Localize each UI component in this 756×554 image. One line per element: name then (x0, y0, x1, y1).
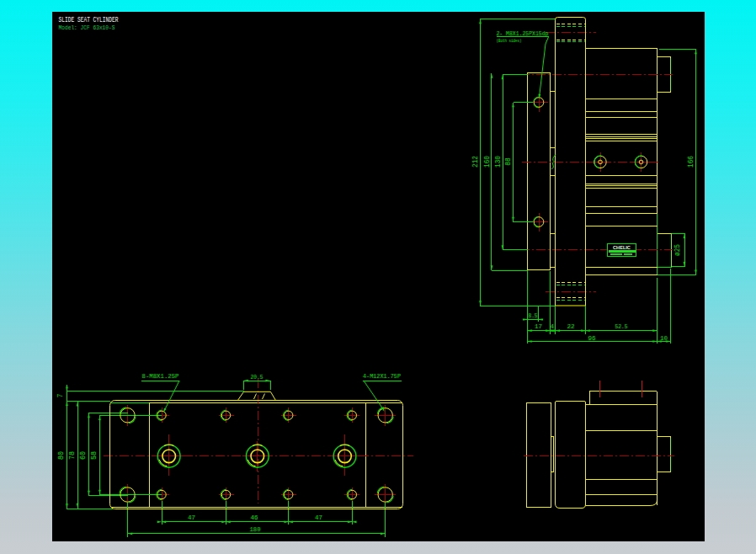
svg-text:46: 46 (251, 514, 258, 521)
svg-text:7: 7 (56, 394, 65, 398)
svg-text:80: 80 (57, 451, 66, 460)
svg-text:47: 47 (315, 514, 322, 521)
svg-text:130: 130 (494, 156, 503, 168)
svg-text:88: 88 (504, 157, 513, 166)
svg-text:58: 58 (90, 451, 98, 460)
svg-text:96: 96 (588, 335, 596, 342)
svg-text:8-M8X1.25P: 8-M8X1.25P (142, 372, 179, 380)
svg-text:20.5: 20.5 (251, 374, 264, 381)
svg-text:78: 78 (68, 451, 77, 460)
svg-text:Model: JCF 63x10-S: Model: JCF 63x10-S (59, 24, 115, 31)
svg-text:22: 22 (567, 323, 575, 330)
svg-text:SLIDE SEAT CYLINDER: SLIDE SEAT CYLINDER (59, 16, 119, 24)
svg-text:2- M8X1.25PX15dp: 2- M8X1.25PX15dp (497, 30, 549, 37)
svg-text:166: 166 (687, 156, 695, 168)
svg-text:160: 160 (483, 156, 492, 168)
svg-text:17: 17 (535, 323, 542, 330)
svg-text:CHELIC: CHELIC (613, 245, 631, 250)
svg-text:47: 47 (188, 514, 195, 521)
svg-text:212: 212 (471, 156, 480, 168)
svg-text:10: 10 (660, 335, 668, 342)
svg-text:8.5: 8.5 (529, 312, 538, 319)
svg-text:4-M12X1.75P: 4-M12X1.75P (363, 372, 401, 380)
svg-text:4: 4 (550, 323, 554, 330)
svg-text:(Both sides): (Both sides) (497, 38, 522, 44)
svg-text:60: 60 (79, 451, 88, 460)
svg-text:52.5: 52.5 (615, 323, 628, 330)
svg-text:ø25: ø25 (673, 244, 682, 256)
svg-text:180: 180 (250, 526, 261, 533)
